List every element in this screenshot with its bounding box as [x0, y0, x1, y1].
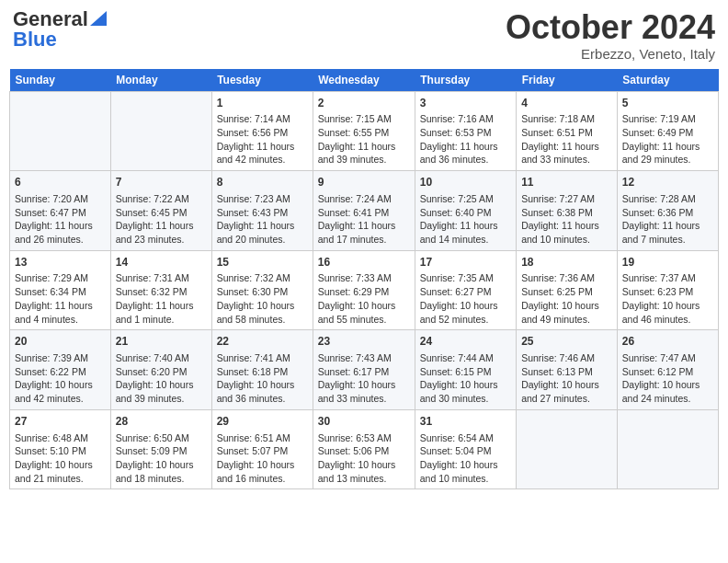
day-number: 28 — [116, 414, 207, 430]
calendar-cell: 31Sunrise: 6:54 AMSunset: 5:04 PMDayligh… — [415, 409, 516, 489]
calendar-cell: 7Sunrise: 7:22 AMSunset: 6:45 PMDaylight… — [110, 171, 211, 251]
day-info: Sunrise: 7:15 AMSunset: 6:55 PMDaylight:… — [318, 112, 410, 167]
day-info: Sunrise: 7:37 AMSunset: 6:23 PMDaylight:… — [622, 271, 713, 326]
day-info: Sunrise: 7:22 AMSunset: 6:45 PMDaylight:… — [116, 192, 207, 247]
day-info: Sunrise: 7:18 AMSunset: 6:51 PMDaylight:… — [521, 112, 612, 167]
page-header: General Blue October 2024 Erbezzo, Venet… — [9, 9, 719, 62]
day-info: Sunrise: 7:25 AMSunset: 6:40 PMDaylight:… — [420, 192, 511, 247]
day-number: 5 — [622, 96, 713, 111]
calendar-cell: 19Sunrise: 7:37 AMSunset: 6:23 PMDayligh… — [617, 250, 718, 330]
day-number: 16 — [318, 255, 410, 270]
day-number: 9 — [318, 175, 410, 190]
day-info: Sunrise: 7:33 AMSunset: 6:29 PMDaylight:… — [318, 271, 410, 326]
calendar-cell: 10Sunrise: 7:25 AMSunset: 6:40 PMDayligh… — [415, 171, 516, 251]
calendar-table: SundayMondayTuesdayWednesdayThursdayFrid… — [9, 69, 719, 490]
day-number: 3 — [420, 96, 511, 111]
calendar-cell — [617, 409, 718, 489]
day-number: 4 — [521, 96, 612, 111]
day-number: 22 — [217, 334, 308, 350]
day-info: Sunrise: 7:24 AMSunset: 6:41 PMDaylight:… — [318, 192, 410, 247]
calendar-cell: 16Sunrise: 7:33 AMSunset: 6:29 PMDayligh… — [313, 250, 415, 330]
calendar-cell: 5Sunrise: 7:19 AMSunset: 6:49 PMDaylight… — [617, 91, 718, 171]
calendar-cell: 28Sunrise: 6:50 AMSunset: 5:09 PMDayligh… — [110, 409, 211, 489]
day-number: 12 — [622, 175, 713, 190]
title-block: October 2024 Erbezzo, Veneto, Italy — [506, 9, 715, 62]
day-number: 14 — [116, 255, 207, 270]
day-number: 23 — [318, 334, 410, 350]
day-number: 6 — [15, 175, 106, 190]
day-info: Sunrise: 6:50 AMSunset: 5:09 PMDaylight:… — [116, 431, 207, 486]
calendar-week-row: 6Sunrise: 7:20 AMSunset: 6:47 PMDaylight… — [10, 171, 719, 251]
weekday-header-sunday: Sunday — [10, 69, 111, 92]
calendar-week-row: 20Sunrise: 7:39 AMSunset: 6:22 PMDayligh… — [10, 330, 719, 410]
day-info: Sunrise: 7:29 AMSunset: 6:34 PMDaylight:… — [15, 271, 106, 326]
calendar-cell: 18Sunrise: 7:36 AMSunset: 6:25 PMDayligh… — [517, 250, 618, 330]
day-number: 11 — [521, 175, 612, 190]
calendar-week-row: 13Sunrise: 7:29 AMSunset: 6:34 PMDayligh… — [10, 250, 719, 330]
day-number: 31 — [420, 414, 511, 430]
day-info: Sunrise: 7:36 AMSunset: 6:25 PMDaylight:… — [521, 271, 612, 326]
day-info: Sunrise: 7:23 AMSunset: 6:43 PMDaylight:… — [217, 192, 308, 247]
calendar-cell: 3Sunrise: 7:16 AMSunset: 6:53 PMDaylight… — [415, 91, 516, 171]
calendar-cell: 27Sunrise: 6:48 AMSunset: 5:10 PMDayligh… — [10, 409, 111, 489]
calendar-cell — [517, 409, 618, 489]
calendar-cell: 23Sunrise: 7:43 AMSunset: 6:17 PMDayligh… — [313, 330, 415, 410]
calendar-cell: 15Sunrise: 7:32 AMSunset: 6:30 PMDayligh… — [211, 250, 313, 330]
day-number: 30 — [318, 414, 410, 430]
calendar-cell: 13Sunrise: 7:29 AMSunset: 6:34 PMDayligh… — [10, 250, 111, 330]
day-info: Sunrise: 7:43 AMSunset: 6:17 PMDaylight:… — [318, 351, 410, 406]
day-info: Sunrise: 7:35 AMSunset: 6:27 PMDaylight:… — [420, 271, 511, 326]
calendar-cell: 30Sunrise: 6:53 AMSunset: 5:06 PMDayligh… — [313, 409, 415, 489]
calendar-cell: 12Sunrise: 7:28 AMSunset: 6:36 PMDayligh… — [617, 171, 718, 251]
day-info: Sunrise: 7:40 AMSunset: 6:20 PMDaylight:… — [116, 351, 207, 406]
day-info: Sunrise: 7:28 AMSunset: 6:36 PMDaylight:… — [622, 192, 713, 247]
weekday-header-wednesday: Wednesday — [313, 69, 415, 92]
day-number: 18 — [521, 255, 612, 270]
day-number: 24 — [420, 334, 511, 350]
day-info: Sunrise: 6:54 AMSunset: 5:04 PMDaylight:… — [420, 431, 511, 486]
day-info: Sunrise: 7:41 AMSunset: 6:18 PMDaylight:… — [217, 351, 308, 406]
weekday-header-thursday: Thursday — [415, 69, 516, 92]
calendar-cell: 17Sunrise: 7:35 AMSunset: 6:27 PMDayligh… — [415, 250, 516, 330]
calendar-cell: 11Sunrise: 7:27 AMSunset: 6:38 PMDayligh… — [517, 171, 618, 251]
weekday-header-saturday: Saturday — [617, 69, 718, 92]
calendar-cell: 29Sunrise: 6:51 AMSunset: 5:07 PMDayligh… — [211, 409, 313, 489]
day-number: 15 — [217, 255, 308, 270]
day-number: 19 — [622, 255, 713, 270]
calendar-cell: 22Sunrise: 7:41 AMSunset: 6:18 PMDayligh… — [211, 330, 313, 410]
day-number: 7 — [116, 175, 207, 190]
day-number: 17 — [420, 255, 511, 270]
day-number: 13 — [15, 255, 106, 270]
day-number: 2 — [318, 96, 410, 111]
day-info: Sunrise: 6:53 AMSunset: 5:06 PMDaylight:… — [318, 431, 410, 486]
calendar-cell: 2Sunrise: 7:15 AMSunset: 6:55 PMDaylight… — [313, 91, 415, 171]
svg-marker-0 — [90, 11, 107, 26]
day-info: Sunrise: 7:27 AMSunset: 6:38 PMDaylight:… — [521, 192, 612, 247]
logo-triangle-icon — [90, 11, 107, 26]
calendar-cell: 9Sunrise: 7:24 AMSunset: 6:41 PMDaylight… — [313, 171, 415, 251]
day-number: 8 — [217, 175, 308, 190]
day-info: Sunrise: 6:51 AMSunset: 5:07 PMDaylight:… — [217, 431, 308, 486]
weekday-header-friday: Friday — [517, 69, 618, 92]
calendar-cell: 26Sunrise: 7:47 AMSunset: 6:12 PMDayligh… — [617, 330, 718, 410]
calendar-cell — [110, 91, 211, 171]
day-info: Sunrise: 7:46 AMSunset: 6:13 PMDaylight:… — [521, 351, 612, 406]
day-info: Sunrise: 7:39 AMSunset: 6:22 PMDaylight:… — [15, 351, 106, 406]
day-number: 10 — [420, 175, 511, 190]
page-location: Erbezzo, Veneto, Italy — [506, 46, 715, 62]
day-info: Sunrise: 6:48 AMSunset: 5:10 PMDaylight:… — [15, 431, 106, 486]
day-number: 27 — [15, 414, 106, 430]
day-info: Sunrise: 7:19 AMSunset: 6:49 PMDaylight:… — [622, 112, 713, 167]
day-number: 29 — [217, 414, 308, 430]
calendar-cell: 14Sunrise: 7:31 AMSunset: 6:32 PMDayligh… — [110, 250, 211, 330]
day-info: Sunrise: 7:44 AMSunset: 6:15 PMDaylight:… — [420, 351, 511, 406]
calendar-header-row: SundayMondayTuesdayWednesdayThursdayFrid… — [10, 69, 719, 92]
day-number: 20 — [15, 334, 106, 350]
calendar-cell: 24Sunrise: 7:44 AMSunset: 6:15 PMDayligh… — [415, 330, 516, 410]
day-number: 21 — [116, 334, 207, 350]
page-title: October 2024 — [506, 9, 715, 46]
day-info: Sunrise: 7:47 AMSunset: 6:12 PMDaylight:… — [622, 351, 713, 406]
day-info: Sunrise: 7:16 AMSunset: 6:53 PMDaylight:… — [420, 112, 511, 167]
logo-blue-text: Blue — [13, 29, 57, 50]
calendar-cell: 25Sunrise: 7:46 AMSunset: 6:13 PMDayligh… — [517, 330, 618, 410]
